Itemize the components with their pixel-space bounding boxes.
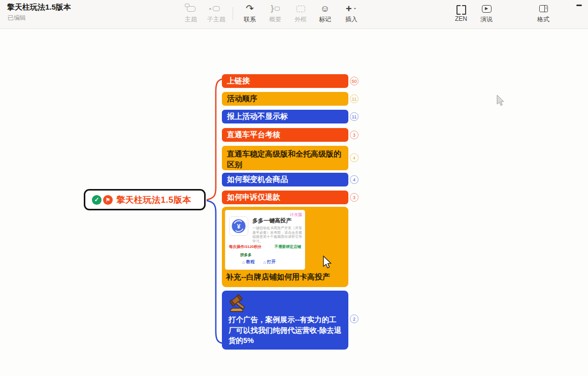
topic-count-badge[interactable]: 11 bbox=[350, 112, 358, 121]
card-edition-tag: 计次版 bbox=[290, 212, 302, 217]
svg-text:¥: ¥ bbox=[237, 223, 241, 230]
topic-count-badge[interactable]: 2 bbox=[350, 315, 358, 323]
zen-icon bbox=[448, 3, 474, 14]
card-app-iconbox: ¥ bbox=[229, 216, 248, 236]
topic-node-label: 上链接 bbox=[227, 76, 250, 86]
format-icon bbox=[530, 3, 557, 14]
root-markers: ✓ ⚑ bbox=[92, 195, 113, 205]
topic-icon bbox=[178, 3, 204, 14]
topic-node[interactable]: 如何申诉仅退款 bbox=[222, 191, 348, 204]
topic-count-badge[interactable]: 3 bbox=[350, 131, 358, 139]
root-node[interactable]: ✓ ⚑ 擎天柱玩法1.5版本 bbox=[84, 189, 206, 210]
boundary-icon bbox=[287, 3, 314, 14]
toolbar-divider bbox=[233, 7, 233, 20]
toolbar: 擎天柱玩法1.5版本 已编辑 主题 子主题 ↷ 联系 } 概要 外框 ☺ 标记 … bbox=[0, 0, 588, 29]
topic-node-label: 直通车平台考核 bbox=[227, 130, 280, 140]
topic-node-ad[interactable]: 打个广告，案例展示--有实力的工厂可以找我们纯佣代运营收-除去退货的5% bbox=[222, 291, 348, 350]
topic-count-badge[interactable]: 4 bbox=[350, 153, 358, 162]
mindmap-canvas[interactable]: ✓ ⚑ 擎天柱玩法1.5版本 上链接 活动顺序 报上活动不显示标 直通车平台考核… bbox=[0, 29, 588, 376]
house-icon: ⌂ bbox=[263, 260, 266, 265]
relation-icon: ↷ bbox=[237, 3, 263, 14]
card-platform-text: 拼多多 bbox=[240, 253, 252, 258]
topic-node-label: 直通车稳定高级版和全托高级版的区别 bbox=[227, 148, 343, 170]
root-node-label: 擎天柱玩法1.5版本 bbox=[116, 194, 191, 206]
boundary-button[interactable]: 外框 bbox=[287, 3, 314, 24]
topic-count-badge[interactable]: 50 bbox=[350, 77, 358, 85]
card-cost-text: 每次操作/3120积分 bbox=[229, 244, 262, 249]
topic-node[interactable]: 如何裂变机会商品 bbox=[222, 173, 348, 186]
card-description: 一键自动化卡高投产开车（开车老手必看）发布前，请点击去看链接里第十个视频前往课程… bbox=[252, 226, 303, 243]
topic-node[interactable]: 活动顺序 bbox=[222, 92, 348, 106]
subtopic-button[interactable]: 子主题 bbox=[203, 3, 230, 24]
mindmap-app: 擎天柱玩法1.5版本 已编辑 主题 子主题 ↷ 联系 } 概要 外框 ☺ 标记 … bbox=[0, 0, 588, 376]
summary-icon: } bbox=[262, 3, 288, 14]
summary-button[interactable]: } 概要 bbox=[262, 3, 288, 24]
topic-count-badge[interactable]: 4 bbox=[350, 175, 358, 184]
topic-count-badge[interactable]: 11 bbox=[350, 95, 358, 103]
card-links: ⌂教程 ⌂打开 bbox=[242, 259, 276, 265]
topic-node[interactable]: 直通车平台考核 bbox=[222, 128, 348, 142]
topic-node-label: 如何申诉仅退款 bbox=[227, 193, 280, 202]
card-open-link: ⌂打开 bbox=[263, 259, 275, 265]
card-app-title: 多多一键高投产 bbox=[252, 217, 291, 225]
gavel-icon bbox=[228, 294, 250, 314]
present-button[interactable]: ▶ 演说 bbox=[473, 3, 500, 24]
marker-icon: ☺ bbox=[312, 3, 338, 14]
embedded-screenshot-image[interactable]: 计次版 ¥ 多多一键高投产 一键自动化卡高投产开车（开车老手必看）发布前，请点击… bbox=[225, 210, 305, 270]
present-icon: ▶ bbox=[473, 3, 500, 14]
house-icon: ⌂ bbox=[242, 260, 245, 265]
subtopic-icon bbox=[203, 3, 230, 14]
topic-node-label: 报上活动不显示标 bbox=[227, 112, 288, 121]
topic-node-label: 如何裂变机会商品 bbox=[227, 175, 288, 184]
document-status: 已编辑 bbox=[8, 14, 26, 22]
marker-button[interactable]: ☺ 标记 bbox=[312, 3, 338, 24]
topic-button[interactable]: 主题 bbox=[178, 3, 204, 24]
topic-node[interactable]: 直通车稳定高级版和全托高级版的区别 bbox=[222, 146, 348, 170]
flag-circle-icon[interactable]: ⚑ bbox=[103, 195, 113, 205]
zen-button[interactable]: ZEN bbox=[448, 3, 474, 22]
topic-node[interactable]: 报上活动不显示标 bbox=[222, 110, 348, 123]
topic-node-label: 补充--白牌店铺如何用卡高投产 bbox=[226, 272, 330, 282]
mouse-cursor-ghost bbox=[496, 95, 507, 108]
topic-count-badge[interactable]: 3 bbox=[350, 193, 358, 202]
yuan-refresh-icon: ¥ bbox=[231, 218, 246, 234]
relation-button[interactable]: ↷ 联系 bbox=[237, 3, 263, 24]
insert-icon: +⌄ bbox=[338, 3, 365, 14]
topic-node-label: 活动顺序 bbox=[227, 94, 257, 104]
topic-node-with-image[interactable]: 计次版 ¥ 多多一键高投产 一键自动化卡高投产开车（开车老手必看）发布前，请点击… bbox=[222, 207, 348, 287]
topic-node-label: 打个广告，案例展示--有实力的工厂可以找我们纯佣代运营收-除去退货的5% bbox=[228, 315, 343, 346]
format-button[interactable]: 格式 bbox=[530, 3, 557, 24]
card-tutorial-link: ⌂教程 bbox=[242, 259, 254, 265]
check-circle-icon[interactable]: ✓ bbox=[92, 195, 102, 205]
topic-node[interactable]: 上链接 bbox=[222, 74, 348, 88]
window-minimize-dash[interactable] bbox=[576, 5, 582, 6]
insert-button[interactable]: +⌄ 插入 bbox=[338, 3, 365, 24]
document-title: 擎天柱玩法1.5版本 bbox=[7, 3, 71, 12]
card-note-text: 不需要绑定店铺 bbox=[275, 244, 302, 249]
